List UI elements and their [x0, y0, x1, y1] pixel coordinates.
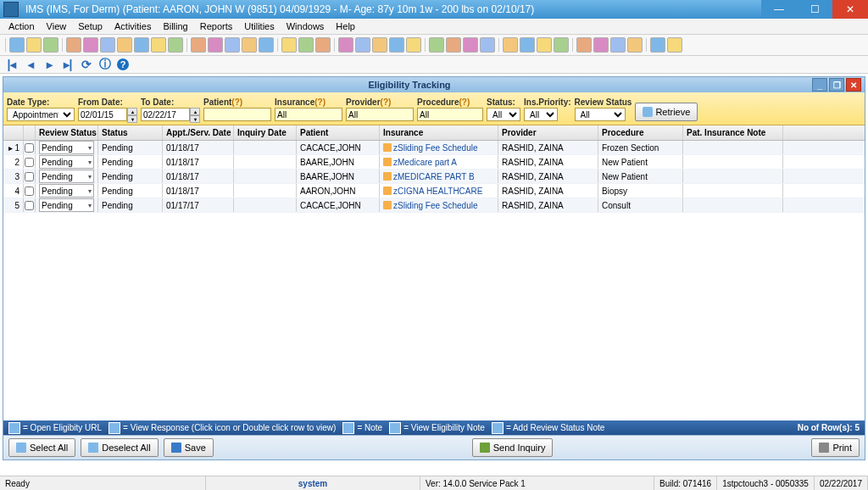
menu-help[interactable]: Help: [331, 20, 360, 32]
from-date-input[interactable]: [78, 108, 127, 121]
toolbar-icon[interactable]: [281, 37, 297, 53]
review-status-select[interactable]: All: [575, 108, 626, 121]
from-date-down[interactable]: ▾: [127, 115, 137, 123]
minimize-button[interactable]: —: [761, 0, 797, 19]
maximize-button[interactable]: ☐: [797, 0, 832, 19]
col-insurance[interactable]: Insurance: [380, 125, 498, 140]
review-status-dropdown[interactable]: Pending▾: [39, 198, 94, 212]
menu-utilities[interactable]: Utilities: [239, 20, 279, 32]
toolbar-icon[interactable]: [667, 37, 682, 53]
patient-input[interactable]: [203, 108, 271, 121]
close-button[interactable]: ✕: [832, 0, 868, 19]
row-checkbox[interactable]: [25, 172, 34, 181]
cell-insurance[interactable]: zMedicare part A: [380, 155, 498, 169]
save-button[interactable]: Save: [164, 438, 214, 457]
review-status-dropdown[interactable]: Pending▾: [39, 170, 94, 183]
toolbar-icon[interactable]: [355, 37, 370, 53]
table-row[interactable]: 2Pending▾Pending01/18/17BAARE,JOHNzMedic…: [3, 155, 865, 170]
send-inquiry-button[interactable]: Send Inquiry: [472, 438, 554, 457]
toolbar-icon[interactable]: [503, 37, 518, 53]
toolbar-icon[interactable]: [446, 37, 461, 53]
nav-prev-icon[interactable]: ◂: [24, 58, 37, 71]
menu-reports[interactable]: Reports: [195, 20, 238, 32]
toolbar-icon[interactable]: [168, 37, 183, 53]
toolbar-icon[interactable]: [151, 37, 166, 53]
toolbar-icon[interactable]: [480, 37, 495, 53]
toolbar-icon[interactable]: [537, 37, 552, 53]
toolbar-icon[interactable]: [593, 37, 609, 53]
col-review-status[interactable]: Review Status: [36, 125, 98, 140]
panel-minimize-button[interactable]: _: [812, 78, 827, 92]
row-checkbox[interactable]: [25, 187, 34, 196]
toolbar-icon[interactable]: [225, 37, 240, 53]
to-date-input[interactable]: [141, 108, 190, 121]
toolbar-icon[interactable]: [338, 37, 353, 53]
status-select[interactable]: All: [487, 108, 520, 121]
toolbar-icon[interactable]: [610, 37, 626, 53]
menu-view[interactable]: View: [42, 20, 72, 32]
to-date-up[interactable]: ▴: [190, 108, 200, 115]
toolbar-icon[interactable]: [554, 37, 569, 53]
cell-insurance[interactable]: zCIGNA HEALTHCARE: [380, 184, 498, 198]
insurance-input[interactable]: [275, 108, 342, 121]
nav-first-icon[interactable]: |◂: [5, 58, 19, 71]
review-status-dropdown[interactable]: Pending▾: [39, 155, 94, 169]
procedure-input[interactable]: [417, 108, 483, 121]
toolbar-icon[interactable]: [43, 37, 58, 53]
panel-close-button[interactable]: ✕: [846, 78, 861, 92]
toolbar-icon[interactable]: [298, 37, 314, 53]
toolbar-icon[interactable]: [463, 37, 478, 53]
toolbar-icon[interactable]: [259, 37, 274, 53]
menu-action[interactable]: Action: [3, 20, 40, 32]
cell-insurance[interactable]: zSliding Fee Schedule: [380, 198, 498, 212]
info-icon[interactable]: ⓘ: [98, 58, 112, 71]
menu-windows[interactable]: Windows: [281, 20, 330, 32]
from-date-up[interactable]: ▴: [127, 108, 137, 115]
deselect-all-button[interactable]: Deselect All: [81, 438, 158, 457]
print-button[interactable]: Print: [811, 438, 860, 457]
toolbar-icon[interactable]: [242, 37, 257, 53]
menu-setup[interactable]: Setup: [73, 20, 108, 32]
nav-next-icon[interactable]: ▸: [42, 58, 56, 71]
toolbar-icon[interactable]: [134, 37, 149, 53]
toolbar-icon[interactable]: [191, 37, 206, 53]
col-appt-date[interactable]: Appt./Serv. Date: [163, 125, 234, 140]
refresh-icon[interactable]: ⟳: [80, 58, 93, 71]
toolbar-icon[interactable]: [627, 37, 643, 53]
col-insurance-note[interactable]: Pat. Insurance Note: [683, 125, 783, 140]
provider-input[interactable]: [346, 108, 414, 121]
col-patient[interactable]: Patient: [297, 125, 380, 140]
date-type-select[interactable]: Appointment Da: [7, 108, 75, 121]
toolbar-icon[interactable]: [372, 37, 387, 53]
to-date-down[interactable]: ▾: [190, 115, 200, 123]
table-row[interactable]: ▸ 1Pending▾Pending01/18/17CACACE,JOHNzSl…: [3, 141, 865, 155]
table-row[interactable]: 5Pending▾Pending01/17/17CACACE,JOHNzSlid…: [3, 198, 865, 213]
nav-last-icon[interactable]: ▸|: [61, 58, 75, 71]
panel-restore-button[interactable]: ❐: [829, 78, 844, 92]
toolbar-icon[interactable]: [650, 37, 665, 53]
toolbar-icon[interactable]: [576, 37, 592, 53]
toolbar-icon[interactable]: [208, 37, 223, 53]
review-status-dropdown[interactable]: Pending▾: [39, 184, 94, 198]
row-checkbox[interactable]: [25, 158, 34, 167]
toolbar-icon[interactable]: [520, 37, 535, 53]
col-status[interactable]: Status: [98, 125, 163, 140]
col-procedure[interactable]: Procedure: [598, 125, 683, 140]
cell-insurance[interactable]: zMEDICARE PART B: [380, 170, 498, 183]
cell-insurance[interactable]: zSliding Fee Schedule: [380, 141, 498, 154]
row-checkbox[interactable]: [25, 143, 34, 153]
row-checkbox[interactable]: [25, 201, 34, 210]
toolbar-icon[interactable]: [406, 37, 421, 53]
menu-activities[interactable]: Activities: [109, 20, 156, 32]
toolbar-icon[interactable]: [83, 37, 98, 53]
toolbar-icon[interactable]: [389, 37, 404, 53]
table-row[interactable]: 4Pending▾Pending01/18/17AARON,JOHNzCIGNA…: [3, 184, 865, 198]
toolbar-icon[interactable]: [9, 37, 25, 53]
ins-priority-select[interactable]: All: [524, 108, 558, 121]
retrieve-button[interactable]: Retrieve: [635, 103, 698, 121]
toolbar-icon[interactable]: [26, 37, 42, 53]
table-row[interactable]: 3Pending▾Pending01/18/17BAARE,JOHNzMEDIC…: [3, 170, 865, 184]
help-icon[interactable]: ?: [117, 58, 129, 70]
toolbar-icon[interactable]: [315, 37, 331, 53]
menu-billing[interactable]: Billing: [158, 20, 192, 32]
